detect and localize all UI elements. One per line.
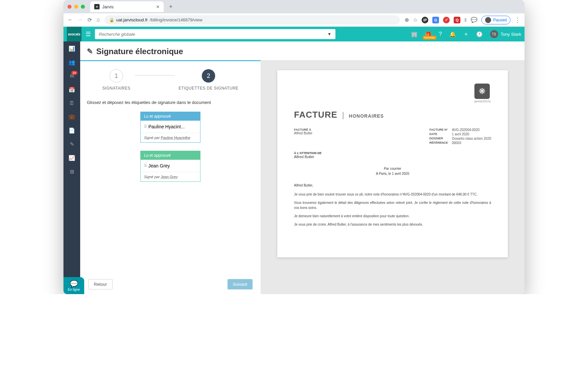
signature-tag-2[interactable]: Lu et approuvé ⠿Jean Grey Signé par Jean… [140,151,200,182]
drag-handle-icon[interactable]: ⠿ [144,163,146,168]
global-search[interactable]: ▼ [95,29,335,39]
step-connector [135,75,175,76]
add-page-icon[interactable]: ⊕ [405,17,409,23]
document-preview-pane: ❋ jarvisLEGAL FACTURE | HONORAIRES FACTU… [261,60,525,294]
search-dropdown-icon[interactable]: ▼ [327,32,331,36]
drag-handle-icon[interactable]: ⠿ [144,124,146,129]
browser-menu-icon[interactable]: ⋮ [514,16,521,24]
nav-dashboard-icon[interactable]: 📊 [68,45,75,52]
new-tab-button[interactable]: + [166,2,175,12]
nav-billing-icon[interactable]: 📄 [68,127,75,134]
browser-tab[interactable]: ✦ Jarvis ✕ [90,1,164,12]
maximize-window[interactable] [81,5,85,9]
signature-tag-1[interactable]: Lu et approuvé ⠿Pauline Hyacint... Signé… [140,112,200,143]
app-logo[interactable]: avocats [67,27,82,41]
user-menu[interactable]: TS Tony Stark [490,30,521,38]
step-1[interactable]: 1 SIGNATAIRES [102,69,130,91]
home-icon[interactable]: ⌂ [97,17,100,23]
back-button[interactable]: Retour [88,279,113,289]
page-title: ✎ Signature électronique [80,41,525,60]
nav-cases-icon[interactable]: 💼 [68,114,75,120]
window-controls [67,5,85,9]
close-window[interactable] [67,5,71,9]
side-nav: 📊 👥 ✉29 📅 🗓 💼 📄 ✎ 📈 ⊞ 💬 En ligne [63,41,80,294]
address-bar[interactable]: 🔒 uat.jarviscloud.fr/billing/invoice/146… [105,15,400,24]
browser-chrome: ✦ Jarvis ✕ + ← → ⟳ ⌂ 🔒 uat.jarviscloud.f… [63,0,525,27]
user-avatar: TS [490,30,498,38]
nav-apps-icon[interactable]: ⊞ [70,168,74,175]
nav-calendar-icon[interactable]: 📅 [68,87,75,93]
url-path: /billing/invoice/146879/view [150,17,202,22]
tab-title: Jarvis [102,4,114,9]
minimize-window[interactable] [74,5,78,9]
ext-icon-1[interactable]: iP [422,17,428,23]
back-icon[interactable]: ← [67,17,73,23]
clock-icon[interactable]: 🕐 [476,31,483,37]
instruction-text: Glissez et déposez les étiquettes de sig… [80,99,261,112]
tab-favicon: ✦ [94,4,100,9]
reload-icon[interactable]: ⟳ [88,17,92,23]
ext-icon-3[interactable]: ✓ [443,17,450,23]
ext-chat-icon[interactable]: 💬 [471,17,477,23]
close-tab-icon[interactable]: ✕ [156,4,160,9]
org-icon[interactable]: 🏢 [411,31,418,37]
step-2[interactable]: 2 ETIQUETTES DE SIGNATURE [179,69,239,91]
nav-tasks-icon[interactable]: 🗓 [69,100,75,106]
doc-subtitle: HONORAIRES [349,113,384,119]
add-icon[interactable]: ＋ [463,31,469,38]
edit-icon: ✎ [87,47,93,56]
bookmark-icon[interactable]: ☆ [413,17,418,23]
help-icon[interactable]: ? [439,31,442,37]
chat-widget[interactable]: 💬 En ligne [63,277,84,294]
doc-title: FACTURE [294,110,337,120]
gift-icon[interactable]: 🎁Nouveau [425,31,432,37]
lock-icon: 🔒 [109,18,114,22]
menu-toggle-icon[interactable]: ☰ [86,30,91,38]
nav-edit-icon[interactable]: ✎ [70,141,74,147]
invoice-document[interactable]: ❋ jarvisLEGAL FACTURE | HONORAIRES FACTU… [277,70,508,257]
forward-icon[interactable]: → [78,17,83,23]
url-host: uat.jarviscloud.fr [116,17,148,22]
chat-icon: 💬 [63,280,84,288]
next-button[interactable]: Suivant [228,279,253,289]
nav-reports-icon[interactable]: 📈 [68,155,75,161]
ext-translate-icon[interactable]: G [432,17,439,23]
stepper: 1 SIGNATAIRES 2 ETIQUETTES DE SIGNATURE [80,61,261,99]
doc-logo-icon: ❋ [474,84,490,99]
wizard-panel: 1 SIGNATAIRES 2 ETIQUETTES DE SIGNATURE … [80,60,261,294]
user-name: Tony Stark [501,32,521,37]
profile-avatar-icon [485,17,491,23]
ext-icon-5[interactable]: ⦀ [464,17,467,23]
search-input[interactable] [99,32,327,37]
ext-icon-4[interactable]: Q [454,17,460,23]
nav-mail-icon[interactable]: ✉29 [70,73,74,79]
app-header: avocats ☰ ▼ 🏢 🎁Nouveau ? 🔔 ＋ 🕐 TS Tony S… [63,27,525,41]
bell-icon[interactable]: 🔔 [449,31,456,37]
nav-contacts-icon[interactable]: 👥 [68,59,75,66]
profile-paused-pill[interactable]: Paused [481,16,510,24]
